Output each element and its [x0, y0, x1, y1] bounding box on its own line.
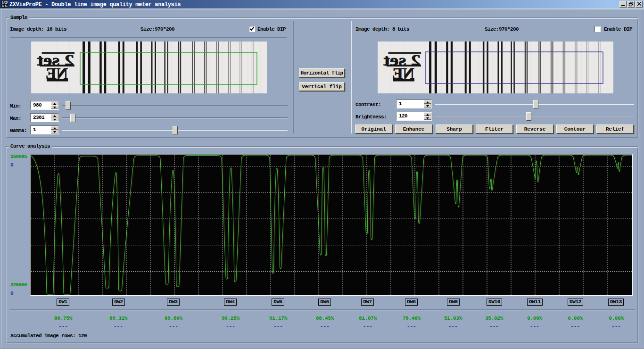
svg-text:NE: NE — [46, 65, 68, 82]
svg-text:NE: NE — [392, 65, 414, 82]
